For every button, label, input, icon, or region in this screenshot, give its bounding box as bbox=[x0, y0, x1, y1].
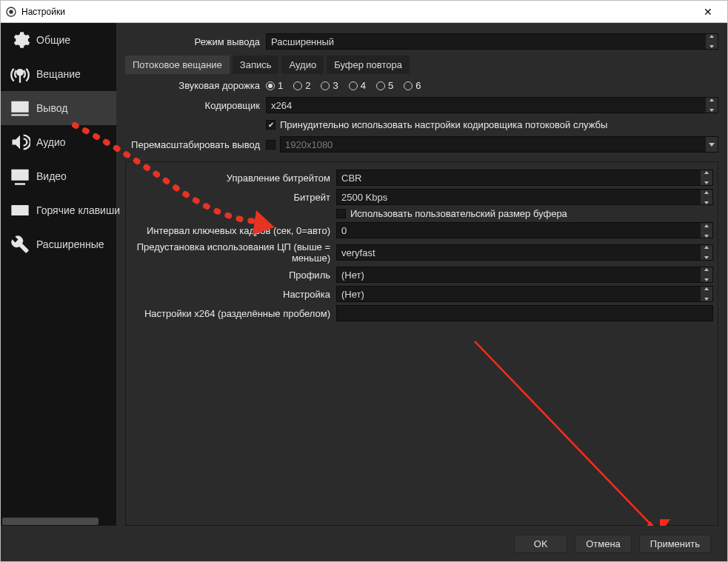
audio-track-1[interactable]: 1 bbox=[266, 80, 283, 91]
custom-buffer-checkbox[interactable] bbox=[336, 209, 346, 218]
broadcast-icon bbox=[10, 64, 30, 84]
close-button[interactable]: ✕ bbox=[693, 6, 723, 18]
encoder-select[interactable]: x264 bbox=[266, 97, 718, 113]
x264opts-label: Настройки x264 (разделённые пробелом) bbox=[130, 308, 336, 319]
sidebar-item-output[interactable]: Вывод bbox=[1, 91, 116, 125]
sidebar-item-hotkeys[interactable]: Горячие клавиши bbox=[1, 193, 116, 227]
audio-track-6[interactable]: 6 bbox=[404, 80, 421, 91]
encoder-value: x264 bbox=[271, 100, 292, 111]
ok-button[interactable]: OK bbox=[514, 535, 567, 553]
output-mode-value: Расширенный bbox=[271, 36, 334, 47]
tab-replay-buffer[interactable]: Буфер повтора bbox=[327, 56, 410, 74]
audio-track-label: Звуковая дорожка bbox=[125, 80, 266, 91]
custom-buffer-label: Использовать пользовательский размер буф… bbox=[350, 208, 567, 219]
sidebar-item-stream[interactable]: Вещание bbox=[1, 57, 116, 91]
sidebar-item-label: Видео bbox=[36, 170, 67, 182]
audio-track-5[interactable]: 5 bbox=[376, 80, 393, 91]
sidebar-item-general[interactable]: Общие bbox=[1, 23, 116, 57]
sidebar-scrollbar[interactable] bbox=[1, 517, 116, 526]
bitrate-label: Битрейт bbox=[130, 192, 336, 203]
titlebar: Настройки ✕ bbox=[1, 1, 727, 23]
rescale-resolution-select[interactable]: 1920x1080 bbox=[280, 136, 718, 153]
tab-recording[interactable]: Запись bbox=[233, 56, 279, 74]
sidebar-item-label: Аудио bbox=[36, 136, 66, 148]
sidebar-item-audio[interactable]: Аудио bbox=[1, 125, 116, 159]
rate-control-label: Управление битрейтом bbox=[130, 173, 336, 184]
gear-icon bbox=[10, 30, 30, 50]
enforce-settings-label: Принудительно использовать настройки код… bbox=[280, 119, 607, 130]
audio-track-radios: 1 2 3 4 5 6 bbox=[266, 80, 718, 91]
output-mode-label: Режим вывода bbox=[125, 36, 266, 47]
cpu-preset-select[interactable]: veryfast bbox=[336, 244, 713, 261]
settings-window: Настройки ✕ Общие Вещание Вывод bbox=[0, 0, 728, 562]
encoder-label: Кодировщик bbox=[125, 100, 266, 111]
apply-button[interactable]: Применить bbox=[639, 535, 711, 553]
cancel-button[interactable]: Отмена bbox=[575, 535, 632, 553]
tab-streaming[interactable]: Потоковое вещание bbox=[125, 56, 230, 74]
encoder-settings-panel: Управление битрейтом CBR Битрейт 2500 Kb… bbox=[125, 161, 718, 526]
rescale-value: 1920x1080 bbox=[285, 139, 333, 150]
rescale-checkbox[interactable] bbox=[266, 140, 275, 150]
keyboard-icon bbox=[10, 200, 30, 221]
keyint-label: Интервал ключевых кадров (сек, 0=авто) bbox=[130, 225, 336, 236]
svg-point-1 bbox=[9, 10, 13, 13]
tab-audio[interactable]: Аудио bbox=[281, 56, 324, 74]
audio-track-4[interactable]: 4 bbox=[349, 80, 366, 91]
dialog-footer: OK Отмена Применить bbox=[1, 526, 727, 561]
sidebar-item-label: Расширенные bbox=[36, 238, 104, 250]
audio-icon bbox=[10, 132, 30, 153]
content: Режим вывода Расширенный Потоковое вещан… bbox=[116, 23, 727, 526]
app-icon bbox=[5, 6, 17, 18]
profile-select[interactable]: (Нет) bbox=[336, 267, 713, 283]
sidebar-item-label: Общие bbox=[36, 34, 70, 46]
sidebar-item-label: Вещание bbox=[36, 68, 81, 80]
x264opts-input[interactable] bbox=[336, 305, 713, 321]
window-title: Настройки bbox=[21, 7, 693, 17]
profile-label: Профиль bbox=[130, 270, 336, 281]
output-mode-select[interactable]: Расширенный bbox=[266, 33, 718, 50]
sidebar-item-video[interactable]: Видео bbox=[1, 159, 116, 193]
output-icon bbox=[10, 98, 30, 118]
tune-select[interactable]: (Нет) bbox=[336, 286, 713, 302]
audio-track-3[interactable]: 3 bbox=[321, 80, 338, 91]
rescale-label: Перемасштабировать вывод bbox=[125, 139, 266, 150]
tune-label: Настройка bbox=[130, 289, 336, 300]
sidebar: Общие Вещание Вывод Аудио Видео bbox=[1, 23, 116, 526]
enforce-settings-checkbox[interactable] bbox=[266, 120, 275, 130]
output-tabs: Потоковое вещание Запись Аудио Буфер пов… bbox=[125, 56, 718, 74]
tools-icon bbox=[10, 234, 30, 255]
cpu-preset-label: Предустановка использования ЦП (выше = м… bbox=[130, 241, 336, 264]
sidebar-item-advanced[interactable]: Расширенные bbox=[1, 227, 116, 261]
sidebar-item-label: Горячие клавиши bbox=[36, 204, 120, 216]
rate-control-select[interactable]: CBR bbox=[336, 170, 713, 186]
client-area: Общие Вещание Вывод Аудио Видео bbox=[1, 23, 727, 561]
sidebar-item-label: Вывод bbox=[36, 102, 67, 114]
audio-track-2[interactable]: 2 bbox=[293, 80, 310, 91]
bitrate-input[interactable]: 2500 Kbps bbox=[336, 189, 713, 205]
keyint-input[interactable]: 0 bbox=[336, 222, 713, 238]
video-icon bbox=[10, 166, 30, 187]
